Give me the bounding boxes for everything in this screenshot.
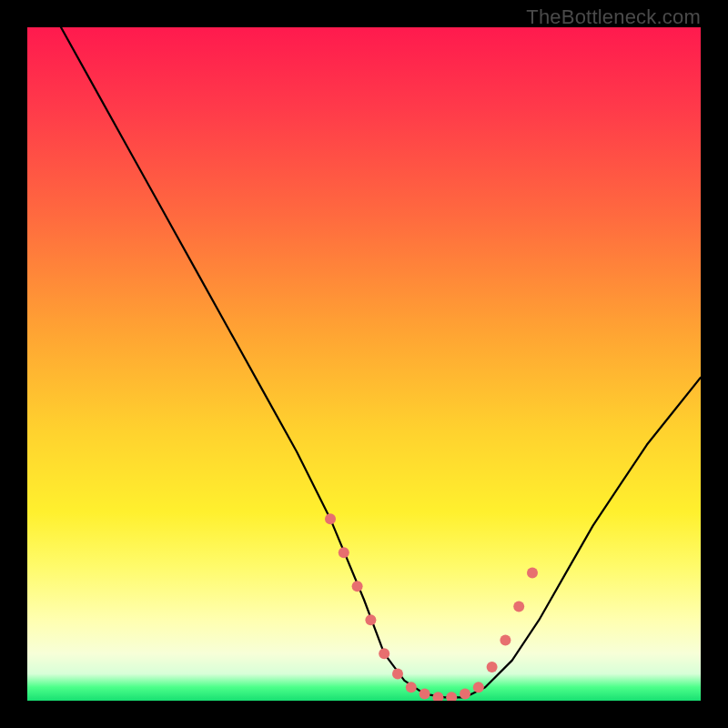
highlight-dot [325,513,336,524]
highlight-dots [325,513,538,701]
highlight-dot [352,581,363,592]
highlight-dot [473,682,484,693]
highlight-dot [432,692,443,701]
attribution-label: TheBottleneck.com [526,5,701,29]
chart-frame: TheBottleneck.com [0,0,728,728]
highlight-dot [446,692,457,701]
curve-svg [27,27,701,701]
bottleneck-curve [61,27,701,697]
highlight-dot [379,648,389,659]
highlight-dot [339,547,349,558]
highlight-dot [365,614,376,625]
highlight-dot [487,662,498,672]
highlight-dot [460,689,470,700]
plot-area [27,27,701,701]
highlight-dot [527,567,538,578]
highlight-dot [406,682,417,693]
highlight-dot [420,689,430,700]
highlight-dot [500,634,511,645]
highlight-dot [513,601,524,612]
highlight-dot [392,668,403,679]
